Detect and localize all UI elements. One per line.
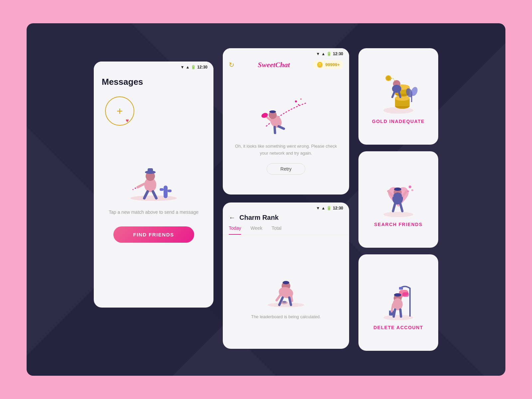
search-friends-label: SEARCH FRIENDS (374, 222, 422, 227)
svg-line-16 (272, 127, 277, 133)
svg-rect-2 (160, 188, 164, 191)
wifi-icon: ▼ (181, 65, 185, 69)
leaderboard-illustration (263, 264, 309, 308)
svg-line-43 (399, 92, 400, 97)
svg-point-64 (393, 298, 403, 310)
svg-point-21 (300, 98, 302, 100)
charmrank-content: The leaderboard is being calculated. (223, 235, 349, 349)
status-bar-messages: ▼ ▲ 🔋 12:30 (94, 62, 213, 71)
svg-point-56 (394, 188, 401, 191)
svg-rect-72 (402, 292, 409, 297)
charmrank-card: ▼ ▲ 🔋 12:30 ← Charm Rank Today Week Tota… (223, 202, 349, 349)
gold-inadequate-card: GOLD INADEQUATE (358, 48, 438, 145)
svg-line-55 (400, 204, 402, 211)
delete-illustration (378, 275, 418, 322)
tabs-row: Today Week Total (223, 225, 349, 235)
svg-point-15 (269, 110, 276, 113)
charmrank-header: ← Charm Rank (223, 212, 349, 225)
delete-account-label: DELETE ACCOUNT (373, 325, 423, 330)
find-friends-button[interactable]: FIND FRIENDS (113, 226, 194, 243)
battery-icon: 🔋 (191, 65, 196, 69)
svg-line-17 (279, 125, 284, 130)
svg-point-48 (386, 76, 391, 80)
svg-point-11 (135, 188, 136, 189)
svg-point-49 (383, 212, 413, 217)
status-icons: ▼ ▲ 🔋 12:30 (181, 65, 207, 69)
sweetchat-status-bar: ▼ ▲ 🔋 12:30 (223, 48, 349, 58)
svg-point-22 (298, 104, 299, 105)
svg-line-28 (291, 294, 292, 301)
sweetchat-header: ↻ SweetChat 🪙 99999+ (223, 58, 349, 74)
svg-point-51 (392, 193, 403, 204)
sweetchat-logo: SweetChat (258, 61, 290, 69)
svg-point-60 (383, 315, 413, 320)
charmrank-title: Charm Rank (239, 214, 279, 221)
sweetchat-time: 12:30 (333, 52, 343, 56)
delete-account-card: DELETE ACCOUNT (358, 254, 438, 351)
svg-line-66 (400, 310, 401, 317)
wifi-icon-3: ▼ (316, 206, 320, 210)
svg-point-0 (130, 196, 177, 201)
svg-rect-1 (164, 186, 168, 198)
main-panel: ▼ ▲ 🔋 12:30 Messages + ♥ (27, 23, 505, 376)
svg-line-54 (393, 204, 395, 211)
charmrank-time: 12:30 (333, 206, 343, 210)
plus-icon: + (117, 106, 123, 116)
heart-icon: ♥ (126, 118, 133, 124)
add-match-button[interactable]: + ♥ (105, 96, 134, 126)
right-column: GOLD INADEQUATE (358, 48, 438, 351)
coins-text: 99999+ (325, 62, 340, 67)
wifi-icon-2: ▼ (316, 52, 320, 56)
battery-icon-2: 🔋 (327, 52, 332, 56)
sweetchat-content: Oh, it looks like something went wrong. … (223, 74, 349, 195)
svg-point-59 (408, 191, 409, 192)
svg-rect-7 (148, 168, 153, 173)
error-text: Oh, it looks like something went wrong. … (231, 143, 341, 157)
tab-total[interactable]: Total (272, 225, 282, 235)
charmrank-status-bar: ▼ ▲ 🔋 12:30 (223, 202, 349, 212)
refresh-icon[interactable]: ↻ (229, 61, 234, 69)
svg-line-30 (289, 298, 291, 305)
battery-icon-3: 🔋 (327, 206, 332, 210)
tab-week[interactable]: Week (250, 225, 262, 235)
svg-rect-62 (399, 287, 403, 290)
search-friends-card: SEARCH FRIENDS (358, 151, 438, 248)
tab-today[interactable]: Today (229, 225, 241, 235)
signal-icon: ▲ (186, 65, 190, 69)
svg-point-20 (295, 100, 297, 102)
svg-line-27 (277, 294, 281, 300)
gold-inadequate-label: GOLD INADEQUATE (372, 119, 425, 124)
messages-illustration (120, 149, 187, 202)
svg-line-10 (138, 184, 144, 187)
svg-line-42 (392, 92, 394, 97)
svg-point-12 (133, 189, 134, 190)
coin-icon: 🪙 (317, 62, 323, 68)
error-illustration (259, 90, 313, 136)
leaderboard-empty-text: The leaderboard is being calculated. (251, 314, 321, 319)
middle-column: ▼ ▲ 🔋 12:30 ↻ SweetChat 🪙 99999+ (223, 48, 349, 349)
svg-point-58 (411, 189, 413, 191)
svg-point-41 (392, 85, 401, 93)
messages-body: Messages + ♥ (94, 71, 213, 308)
gold-illustration (378, 69, 418, 115)
signal-icon-3: ▲ (321, 206, 325, 210)
svg-rect-3 (168, 190, 172, 192)
signal-icon-2: ▲ (321, 52, 325, 56)
charmrank-status-icons: ▼ ▲ 🔋 12:30 (316, 206, 343, 210)
time-label: 12:30 (197, 65, 207, 69)
svg-point-32 (282, 301, 286, 303)
messages-empty-text: Tap a new match above to send a message (109, 209, 199, 216)
svg-line-69 (392, 304, 393, 312)
cards-layout: ▼ ▲ 🔋 12:30 Messages + ♥ (94, 48, 438, 351)
retry-button[interactable]: Retry (267, 163, 305, 175)
coins-area: 🪙 99999+ (313, 60, 343, 69)
back-arrow-icon[interactable]: ← (229, 214, 235, 221)
sweetchat-card: ▼ ▲ 🔋 12:30 ↻ SweetChat 🪙 99999+ (223, 48, 349, 195)
svg-point-57 (409, 186, 411, 188)
messages-card: ▼ ▲ 🔋 12:30 Messages + ♥ (94, 62, 213, 308)
search-illustration (378, 172, 418, 218)
svg-point-73 (394, 293, 401, 297)
svg-point-25 (283, 281, 289, 284)
sweetchat-status-icons: ▼ ▲ 🔋 12:30 (316, 52, 343, 56)
messages-title: Messages (102, 77, 143, 87)
